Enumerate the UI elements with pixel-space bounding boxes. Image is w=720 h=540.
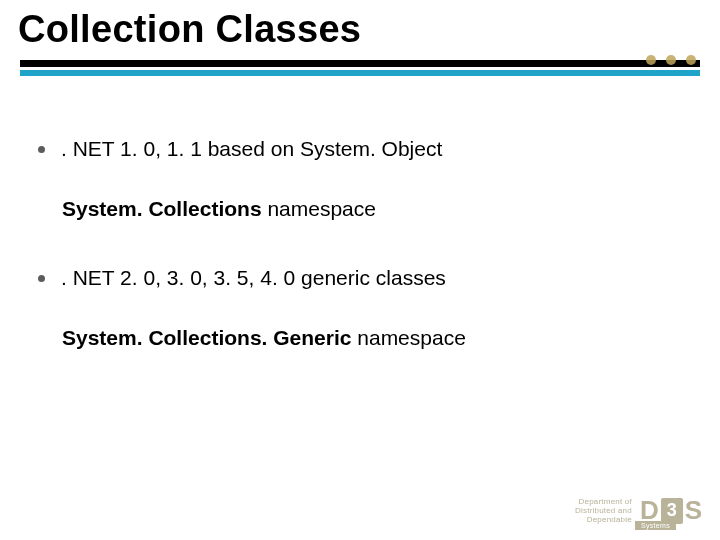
systems-label: Systems xyxy=(635,521,676,530)
slide-title: Collection Classes xyxy=(18,8,700,51)
title-underline-black xyxy=(20,60,700,67)
content-area: . NET 1. 0, 1. 1 based on System. Object… xyxy=(38,135,680,392)
slide: Collection Classes . NET 1. 0, 1. 1 base… xyxy=(0,0,720,540)
dept-line: Department of xyxy=(575,497,632,506)
sub-text: System. Collections namespace xyxy=(62,195,680,223)
decorative-dots xyxy=(646,55,696,65)
sub-rest: namespace xyxy=(262,197,376,220)
dot-icon xyxy=(666,55,676,65)
sub-item: System. Collections namespace xyxy=(62,195,680,223)
dept-line: Dependable xyxy=(575,515,632,524)
dot-icon xyxy=(646,55,656,65)
logo-digit-3: 3 xyxy=(661,498,683,524)
bullet-icon xyxy=(38,275,45,282)
sub-bold: System. Collections xyxy=(62,197,262,220)
bullet-icon xyxy=(38,146,45,153)
logo-letter-s: S xyxy=(685,495,702,526)
bullet-item: . NET 2. 0, 3. 0, 3. 5, 4. 0 generic cla… xyxy=(38,264,680,292)
bullet-item: . NET 1. 0, 1. 1 based on System. Object xyxy=(38,135,680,163)
dept-line: Distributed and xyxy=(575,506,632,515)
sub-text: System. Collections. Generic namespace xyxy=(62,324,680,352)
sub-rest: namespace xyxy=(351,326,465,349)
sub-bold: System. Collections. Generic xyxy=(62,326,351,349)
dept-text: Department of Distributed and Dependable xyxy=(575,497,632,525)
title-underline-blue xyxy=(20,70,700,76)
sub-item: System. Collections. Generic namespace xyxy=(62,324,680,352)
bullet-text: . NET 1. 0, 1. 1 based on System. Object xyxy=(61,135,442,163)
dot-icon xyxy=(686,55,696,65)
title-wrap: Collection Classes xyxy=(18,8,700,51)
bullet-text: . NET 2. 0, 3. 0, 3. 5, 4. 0 generic cla… xyxy=(61,264,446,292)
